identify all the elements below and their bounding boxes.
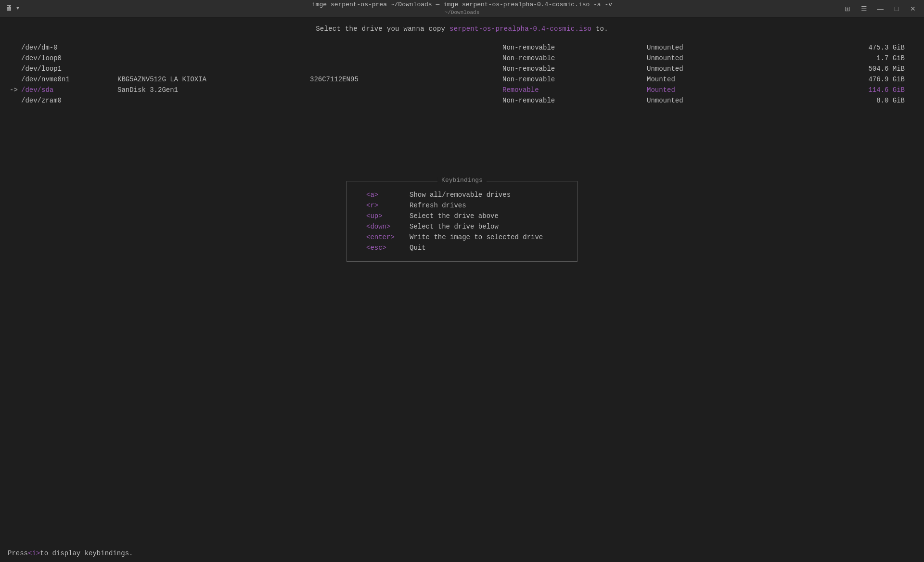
titlebar-dropdown[interactable]: ▼ [16, 6, 19, 11]
drive-mount: Mounted [647, 76, 743, 83]
drive-row[interactable]: /dev/zram0Non-removableUnmounted8.0 GiB [0, 95, 924, 106]
keybinding-key: <down> [366, 223, 410, 230]
instruction-line: Select the drive you wanna copy serpent-… [0, 25, 924, 33]
drive-removable: Non-removable [502, 65, 647, 73]
grid-button[interactable]: ⊞ [840, 2, 855, 15]
titlebar-controls: ⊞ ☰ — □ ✕ [840, 2, 920, 15]
drive-row[interactable]: /dev/loop1Non-removableUnmounted504.6 Mi… [0, 64, 924, 74]
drive-removable: Non-removable [502, 76, 647, 83]
drive-device: /dev/zram0 [21, 97, 117, 104]
drive-removable: Removable [502, 86, 647, 94]
keybinding-row: <r>Refresh drives [366, 202, 558, 209]
drive-row[interactable]: ->/dev/sdaSanDisk 3.2Gen1RemovableMounte… [0, 85, 924, 95]
drive-size: 476.9 GiB [743, 76, 914, 83]
keybinding-key: <up> [366, 212, 410, 220]
drive-size: 504.6 MiB [743, 65, 914, 73]
drive-size: 475.3 GiB [743, 44, 914, 51]
drive-row[interactable]: /dev/nvme0n1KBG5AZNV512G LA KIOXIA326C71… [0, 74, 924, 85]
keybinding-row: <down>Select the drive below [366, 223, 558, 230]
titlebar: 🖥 ▼ imge serpent-os-prea ~/Downloads — i… [0, 0, 924, 17]
drive-model: SanDisk 3.2Gen1 [117, 86, 310, 94]
drive-row[interactable]: /dev/loop0Non-removableUnmounted1.7 GiB [0, 53, 924, 64]
menu-button[interactable]: ☰ [857, 2, 871, 15]
titlebar-center: imge serpent-os-prea ~/Downloads — imge … [312, 1, 612, 16]
keybindings-panel: Keybindings <a>Show all/removable drives… [346, 181, 578, 262]
instruction-suffix: to. [591, 25, 608, 33]
drive-device: /dev/sda [21, 86, 117, 94]
keybinding-description: Refresh drives [410, 202, 466, 209]
drive-device: /dev/loop0 [21, 54, 117, 62]
status-suffix: to display keybindings. [40, 549, 133, 557]
drive-removable: Non-removable [502, 54, 647, 62]
keybinding-description: Quit [410, 244, 426, 252]
keybindings-content: <a>Show all/removable drives<r>Refresh d… [347, 181, 577, 261]
titlebar-title: imge serpent-os-prea ~/Downloads — imge … [312, 1, 612, 9]
app-icon: 🖥 [4, 4, 13, 13]
main-content: Select the drive you wanna copy serpent-… [0, 17, 924, 106]
keybinding-description: Select the drive above [410, 212, 499, 220]
keybinding-key: <r> [366, 202, 410, 209]
keybinding-description: Select the drive below [410, 223, 499, 230]
titlebar-left: 🖥 ▼ [4, 4, 19, 13]
keybinding-description: Show all/removable drives [410, 191, 511, 199]
drive-serial: 326C7112EN95 [310, 76, 502, 83]
close-button[interactable]: ✕ [906, 2, 920, 15]
drive-mount: Unmounted [647, 44, 743, 51]
keybinding-row: <esc>Quit [366, 244, 558, 252]
iso-filename: serpent-os-prealpha-0.4-cosmic.iso [449, 25, 591, 33]
drive-device: /dev/loop1 [21, 65, 117, 73]
keybinding-key: <enter> [366, 233, 410, 241]
drive-device: /dev/dm-0 [21, 44, 117, 51]
drive-model: KBG5AZNV512G LA KIOXIA [117, 76, 310, 83]
statusbar: Press <i> to display keybindings. [0, 545, 924, 562]
status-prefix: Press [8, 549, 28, 557]
status-key: <i> [28, 549, 40, 557]
drive-size: 1.7 GiB [743, 54, 914, 62]
instruction-prefix: Select the drive you wanna copy [316, 25, 449, 33]
drive-mount: Mounted [647, 86, 743, 94]
drive-size: 8.0 GiB [743, 97, 914, 104]
keybinding-row: <a>Show all/removable drives [366, 191, 558, 199]
drive-list: /dev/dm-0Non-removableUnmounted475.3 GiB… [0, 42, 924, 106]
drive-row[interactable]: /dev/dm-0Non-removableUnmounted475.3 GiB [0, 42, 924, 53]
keybinding-row: <up>Select the drive above [366, 212, 558, 220]
titlebar-subtitle: ~/Downloads [312, 9, 612, 16]
keybinding-row: <enter>Write the image to selected drive [366, 233, 558, 241]
drive-mount: Unmounted [647, 54, 743, 62]
keybinding-description: Write the image to selected drive [410, 233, 543, 241]
drive-removable: Non-removable [502, 44, 647, 51]
drive-removable: Non-removable [502, 97, 647, 104]
drive-size: 114.6 GiB [743, 86, 914, 94]
keybinding-key: <a> [366, 191, 410, 199]
drive-mount: Unmounted [647, 65, 743, 73]
keybinding-key: <esc> [366, 244, 410, 252]
keybindings-title: Keybindings [437, 177, 487, 184]
maximize-button[interactable]: □ [889, 2, 904, 15]
drive-device: /dev/nvme0n1 [21, 76, 117, 83]
minimize-button[interactable]: — [873, 2, 887, 15]
drive-arrow: -> [10, 86, 21, 94]
drive-mount: Unmounted [647, 97, 743, 104]
